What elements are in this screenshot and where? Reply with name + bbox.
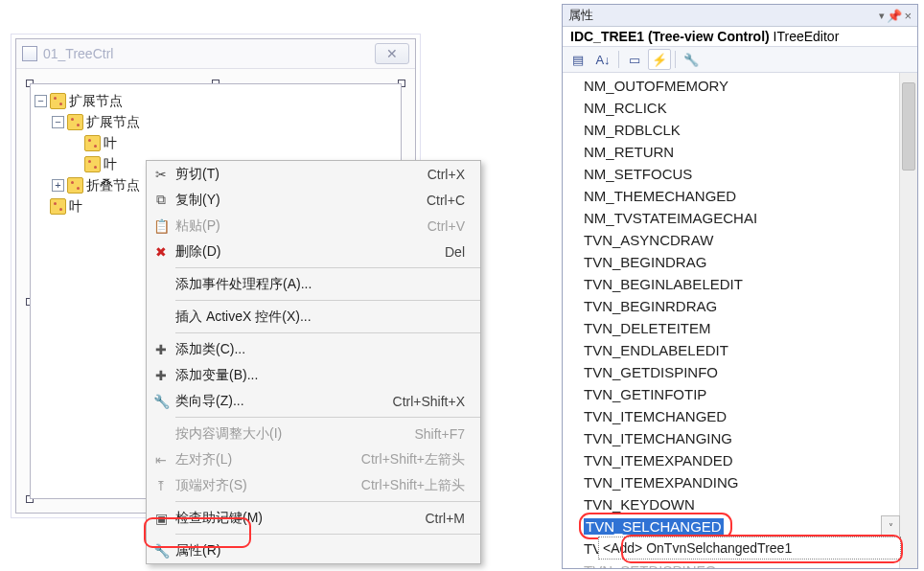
align-top-icon: ⤒ bbox=[152, 477, 170, 494]
notification-name: TVN_ENDLABELEDIT bbox=[584, 342, 728, 358]
class-wizard-icon: 🔧 bbox=[152, 393, 170, 410]
dropdown-icon[interactable]: ▾ bbox=[879, 10, 885, 22]
notification-row[interactable]: TVN_DELETEITEM bbox=[584, 317, 915, 339]
notification-row[interactable]: TVN_BEGINLABELEDIT bbox=[584, 273, 915, 295]
menu-copy[interactable]: ⧉ 复制(Y) Ctrl+C bbox=[147, 187, 480, 213]
menu-label: 删除(D) bbox=[175, 243, 338, 261]
control-id: IDC_TREE1 (Tree-view Control) bbox=[570, 29, 770, 44]
notification-row[interactable]: TVN_ITEMEXPANDING bbox=[584, 471, 915, 493]
notification-row[interactable]: NM_OUTOFMEMORY bbox=[584, 75, 915, 97]
menu-add-class[interactable]: ✚ 添加类(C)... bbox=[147, 336, 480, 362]
close-icon[interactable]: × bbox=[904, 9, 912, 23]
add-handler-dropdown[interactable]: <Add> OnTvnSelchangedTree1 bbox=[598, 537, 901, 560]
dialog-title: 01_TreeCtrl bbox=[43, 46, 113, 61]
menu-class-wizard[interactable]: 🔧 类向导(Z)... Ctrl+Shift+X bbox=[147, 388, 480, 414]
notification-name: TVN_ASYNCDRAW bbox=[584, 232, 713, 248]
control-interface: ITreeEditor bbox=[774, 29, 840, 44]
wrench-button[interactable]: 🔧 bbox=[680, 49, 703, 70]
dropdown-value: <Add> OnTvnSelchangedTree1 bbox=[603, 540, 792, 556]
notification-list[interactable]: NM_OUTOFMEMORYNM_RCLICKNM_RDBLCLKNM_RETU… bbox=[563, 73, 917, 568]
paste-icon: 📋 bbox=[152, 217, 170, 235]
copy-icon: ⧉ bbox=[152, 192, 170, 209]
menu-accel: Ctrl+Shift+X bbox=[393, 394, 465, 409]
menu-label: 类向导(Z)... bbox=[175, 393, 338, 410]
notification-name: TVN_ITEMEXPANDED bbox=[584, 452, 733, 468]
delete-icon: ✖ bbox=[152, 243, 170, 261]
menu-add-event-handler[interactable]: 添加事件处理程序(A)... bbox=[147, 271, 480, 297]
tree-leaf[interactable]: 叶 bbox=[35, 132, 397, 153]
collapse-icon[interactable]: − bbox=[35, 95, 47, 107]
item-icon bbox=[50, 198, 66, 215]
notification-name: TVN_ITEMEXPANDING bbox=[584, 474, 738, 491]
menu-accel: Ctrl+Shift+上箭头 bbox=[361, 477, 465, 494]
notification-row[interactable]: TVN_GETDISPINFO bbox=[584, 361, 915, 383]
notification-row[interactable]: TVN_ENDLABELEDIT bbox=[584, 339, 915, 361]
menu-cut[interactable]: ✂ 剪切(T) Ctrl+X bbox=[147, 161, 480, 187]
notification-name: TVN_DELETEITEM bbox=[584, 320, 711, 336]
menu-label: 插入 ActiveX 控件(X)... bbox=[175, 308, 338, 326]
alphabetical-button[interactable]: A↓ bbox=[591, 49, 614, 70]
notification-row[interactable]: TVN_ASYNCDRAW bbox=[584, 229, 915, 251]
menu-check-mnemonics[interactable]: ▣ 检查助记键(M) Ctrl+M bbox=[147, 505, 480, 531]
expand-icon[interactable]: + bbox=[52, 179, 64, 192]
menu-separator bbox=[175, 267, 480, 268]
notification-name: TVN_BEGINRDRAG bbox=[584, 298, 717, 314]
tree-label: 叶 bbox=[104, 132, 117, 153]
pin-icon[interactable]: 📌 bbox=[887, 9, 902, 23]
align-left-icon: ⇤ bbox=[152, 451, 170, 468]
menu-accel: Ctrl+V bbox=[427, 218, 465, 234]
notification-row[interactable]: NM_RCLICK bbox=[584, 97, 915, 119]
menu-separator bbox=[175, 332, 480, 333]
scrollbar-vertical[interactable] bbox=[899, 73, 917, 568]
properties-panel: 属性 ▾ 📌 × IDC_TREE1 (Tree-view Control) I… bbox=[562, 4, 918, 569]
notification-row[interactable]: NM_TVSTATEIMAGECHAI bbox=[584, 207, 915, 229]
notification-name: TVN_GETDISPINFO bbox=[584, 364, 718, 380]
menu-label: 添加变量(B)... bbox=[175, 367, 338, 384]
tree-node-root[interactable]: − 扩展节点 bbox=[35, 90, 397, 111]
notification-row[interactable]: NM_THEMECHANGED bbox=[584, 185, 915, 207]
categorized-button[interactable]: ▤ bbox=[566, 49, 589, 70]
menu-label: 检查助记键(M) bbox=[175, 510, 338, 527]
menu-properties[interactable]: 🔧 属性(R) bbox=[147, 537, 480, 563]
notification-name: NM_RETURN bbox=[584, 144, 674, 160]
chevron-down-icon[interactable]: ˅ bbox=[881, 515, 900, 538]
menu-add-variable[interactable]: ✚ 添加变量(B)... bbox=[147, 362, 480, 388]
menu-insert-activex[interactable]: 插入 ActiveX 控件(X)... bbox=[147, 304, 480, 330]
tree-label: 折叠节点 bbox=[86, 174, 140, 195]
add-class-icon: ✚ bbox=[152, 341, 170, 358]
cut-icon: ✂ bbox=[152, 166, 170, 183]
menu-accel: Ctrl+X bbox=[427, 167, 465, 182]
notification-row[interactable]: NM_RETURN bbox=[584, 141, 915, 163]
notification-row[interactable]: TVN_GETINFOTIP bbox=[584, 383, 915, 405]
notification-name: TVN_ITEMCHANGING bbox=[584, 430, 732, 446]
events-button[interactable]: ⚡ bbox=[648, 49, 671, 70]
menu-label: 剪切(T) bbox=[175, 166, 338, 183]
control-descriptor: IDC_TREE1 (Tree-view Control) ITreeEdito… bbox=[563, 27, 917, 46]
notification-row[interactable]: TVN_ITEMCHANGING bbox=[584, 427, 915, 449]
notification-row[interactable]: TVN_ITEMEXPANDED bbox=[584, 449, 915, 471]
notification-row[interactable]: TVN_ITEMCHANGED bbox=[584, 405, 915, 427]
menu-delete[interactable]: ✖ 删除(D) Del bbox=[147, 239, 480, 264]
notification-row[interactable]: TVN_BEGINRDRAG bbox=[584, 295, 915, 317]
notification-row[interactable]: NM_RDBLCLK bbox=[584, 119, 915, 141]
folder-icon bbox=[67, 114, 83, 130]
tree-label: 扩展节点 bbox=[86, 111, 140, 132]
close-button[interactable]: ✕ bbox=[375, 43, 409, 64]
notification-name: NM_RDBLCLK bbox=[584, 122, 681, 138]
notification-row[interactable]: TVN_KEYDOWN bbox=[584, 493, 915, 515]
notification-row[interactable]: NM_SETFOCUS bbox=[584, 163, 915, 185]
notification-row[interactable]: TVN_SETDISPINFO bbox=[584, 560, 915, 568]
notification-row[interactable]: TVN_SELCHANGED bbox=[584, 515, 915, 537]
collapse-icon[interactable]: − bbox=[52, 116, 64, 128]
toolbar-separator bbox=[675, 51, 676, 68]
scrollbar-thumb[interactable] bbox=[902, 82, 915, 171]
properties-page-button[interactable]: ▭ bbox=[623, 49, 646, 70]
notification-row[interactable]: TVN_BEGINDRAG bbox=[584, 251, 915, 273]
notification-name: TVN_BEGINLABELEDIT bbox=[584, 276, 743, 292]
menu-accel: Ctrl+M bbox=[425, 511, 465, 526]
notification-name: TVN_ITEMCHANGED bbox=[584, 408, 727, 424]
menu-separator bbox=[175, 501, 480, 502]
toolbar-separator bbox=[618, 51, 619, 68]
tree-node-child-expand[interactable]: − 扩展节点 bbox=[35, 111, 397, 132]
menu-label: 左对齐(L) bbox=[175, 451, 338, 468]
